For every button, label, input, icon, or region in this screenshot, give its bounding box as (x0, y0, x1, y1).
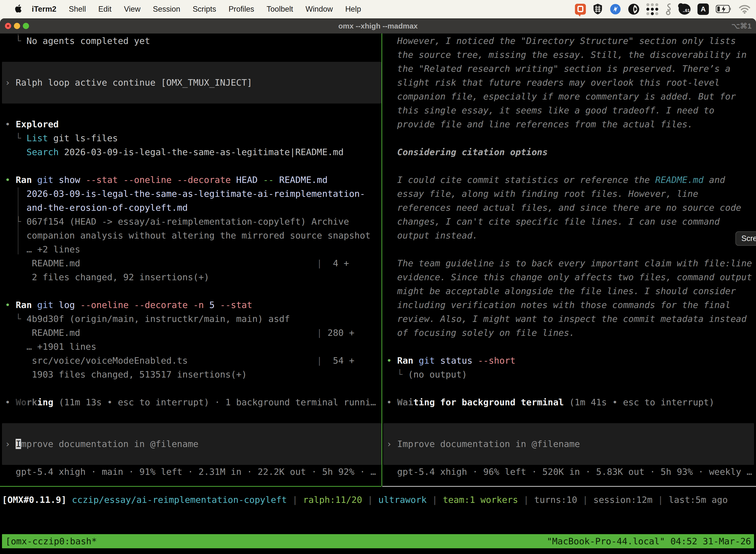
terminal-line: src/voice/voiceModeEnabled.ts | 54 + (5, 354, 355, 368)
tmux-host-clock: "MacBook-Pro-44.local" 04:52 31-Mar-26 (547, 534, 751, 548)
terminal-line: and-the-erosion-of-copyleft.md (5, 201, 188, 215)
terminal-line: README.md | 4 + (5, 257, 349, 270)
menu-edit[interactable]: Edit (98, 5, 111, 14)
terminal-line: └ List git ls-files (5, 131, 118, 145)
terminal-line: review. Also, I might want to inspect th… (386, 312, 747, 326)
terminal-line: including verification notes with those … (386, 298, 731, 312)
terminal-line: › Improve documentation in @filename (386, 437, 580, 451)
pane-divider[interactable] (381, 34, 382, 486)
terminal-line: essay file, along with finding root file… (386, 187, 698, 201)
screen-share-overlay-label: Scre (741, 234, 756, 243)
terminal-line: gpt-5.4 xhigh · main · 91% left · 2.31M … (5, 465, 376, 479)
squiggle-icon[interactable] (665, 3, 672, 15)
terminal-line: └ (no output) (386, 368, 467, 382)
wifi-icon[interactable] (739, 5, 751, 14)
terminal-line: … +1901 lines (5, 340, 96, 354)
terminal-pane-right[interactable]: However, I noticed the "Directory Struct… (382, 34, 756, 486)
shield-grid-icon[interactable] (593, 3, 603, 15)
menu-toolbelt[interactable]: Toolbelt (267, 5, 293, 14)
terminal-line: the source tree, missing the essay. Stil… (386, 48, 747, 62)
terminal-line: changes, I can't cite specific file line… (386, 215, 720, 229)
battery-charging-icon[interactable] (716, 5, 732, 13)
screen-share-overlay-button[interactable]: Scre (736, 231, 756, 246)
apple-menu-icon[interactable] (13, 4, 21, 14)
terminal-line: the "Related research writing" section i… (386, 62, 731, 76)
menu-shell[interactable]: Shell (69, 5, 86, 14)
kaleidoscope-icon[interactable] (628, 3, 639, 15)
terminal-line: evidence. Since this change only affects… (386, 270, 752, 284)
tab-shortcut-badge: ⌥⌘1 (732, 18, 752, 34)
chat-icon[interactable] (575, 4, 586, 15)
terminal-line: companion analysis without altering the … (5, 229, 371, 242)
terminal-line: › Ralph loop active continue [OMX_TMUX_I… (5, 76, 252, 90)
terminal-line: └ 4b9d30f (origin/main, instructkr/main,… (5, 312, 290, 326)
pane-bottom-border-active (0, 486, 381, 487)
terminal-line: companion file, especially if more comme… (386, 90, 736, 104)
menu-session[interactable]: Session (153, 5, 180, 14)
terminal-line: Considering citation options (386, 145, 548, 159)
terminal-line: 1903 files changed, 513517 insertions(+) (5, 368, 247, 382)
tmux-status-bar: [omx-cczip0:bash* "MacBook-Pro-44.local"… (2, 534, 754, 548)
terminal-line: › Improve documentation in @filename (5, 437, 198, 451)
menu-bar: iTerm2ShellEditViewSessionScriptsProfile… (0, 0, 756, 18)
terminal-line: └ 067f154 (HEAD -> essay/ai-reimplementa… (5, 215, 349, 229)
terminal-window: omx --xhigh --madmax ⌥⌘1 └ No agents com… (0, 18, 756, 554)
terminal-line: references need actual files, and since … (386, 201, 741, 215)
terminal-line: └ No agents completed yet (5, 34, 150, 48)
pane-bottom-border (382, 486, 756, 487)
terminal-line: README.md | 280 + (5, 326, 355, 340)
terminal-line: • Working (11m 13s • esc to interrupt) ·… (5, 395, 376, 409)
terminal-line: • Ran git show --stat --oneline --decora… (5, 173, 328, 187)
terminal-line: Search 2026-03-09-is-legal-the-same-as-l… (5, 145, 343, 159)
a-badge-icon[interactable]: A (697, 3, 709, 15)
menubar-status-icons: ..61 A (575, 0, 751, 18)
grid-dots-icon[interactable] (646, 3, 658, 15)
menu-window[interactable]: Window (306, 5, 333, 14)
menu-help[interactable]: Help (345, 5, 361, 14)
window-title: omx --xhigh --madmax (0, 18, 756, 34)
menu-iterm2[interactable]: iTerm2 (32, 5, 56, 14)
terminal-line: this single essay, it seems like a good … (386, 104, 714, 117)
terminal-line: … +2 lines (5, 242, 80, 257)
terminal-line: provide file and line references from th… (386, 117, 693, 131)
menu-items: iTerm2ShellEditViewSessionScriptsProfile… (32, 5, 361, 14)
menu-view[interactable]: View (124, 5, 141, 14)
terminal-pane-left[interactable]: └ No agents completed yet› Ralph loop ac… (0, 34, 381, 486)
tmux-session-label: [omx-cczip0:bash* (5, 534, 97, 548)
window-title-bar[interactable]: omx --xhigh --madmax ⌥⌘1 (0, 18, 756, 34)
omx-status-line: [OMX#0.11.9] cczip/essay/ai-reimplementa… (2, 493, 728, 507)
terminal-line: • Ran git log --oneline --decorate -n 5 … (5, 298, 252, 312)
terminal-line: might be acceptable alongside the file l… (386, 284, 736, 298)
menu-profiles[interactable]: Profiles (229, 5, 254, 14)
terminal-line: slight risk that future readers may over… (386, 76, 720, 90)
menu-scripts[interactable]: Scripts (193, 5, 216, 14)
terminal-line: output instead. (386, 229, 478, 242)
terminal-line: • Explored (5, 117, 59, 131)
terminal-line: • Ran git status --short (386, 354, 515, 368)
terminal-line: • Waiting for background terminal (1m 41… (386, 395, 714, 409)
terminal-line: I could cite commit statistics or refere… (386, 173, 725, 187)
terminal-line: The team guideline is to back every impo… (386, 257, 752, 270)
terminal-line: gpt-5.4 xhigh · 96% left · 520K in · 5.8… (386, 465, 752, 479)
terminal-line: However, I noticed the "Directory Struct… (386, 34, 736, 48)
speedtest-icon[interactable] (610, 3, 621, 15)
terminal-line: 2026-03-09-is-legal-the-same-as-legitima… (5, 187, 365, 201)
badge-61-icon[interactable]: ..61 (679, 4, 691, 15)
terminal-line: 2 files changed, 92 insertions(+) (5, 270, 209, 284)
terminal-line: of focusing solely on file lines. (386, 326, 575, 340)
